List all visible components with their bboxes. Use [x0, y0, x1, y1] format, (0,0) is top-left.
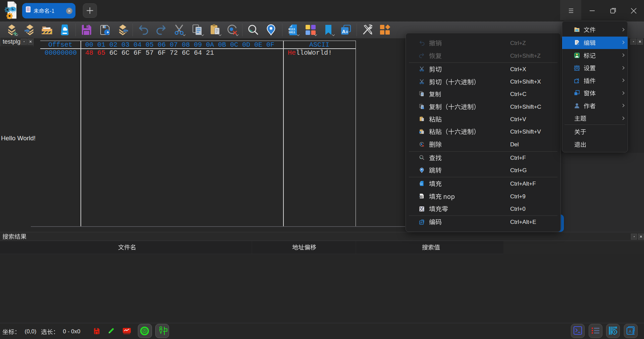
- svg-text:0: 0: [420, 206, 421, 209]
- svg-text:1011: 1011: [288, 31, 295, 34]
- svg-text:ASM: ASM: [419, 196, 423, 197]
- svg-text:A: A: [420, 221, 422, 224]
- svg-text:1011: 1011: [420, 184, 423, 185]
- svg-text:A: A: [342, 29, 346, 34]
- svg-text:0111: 0111: [420, 183, 423, 184]
- svg-text:A: A: [629, 329, 632, 334]
- svg-text:1: 1: [422, 209, 423, 212]
